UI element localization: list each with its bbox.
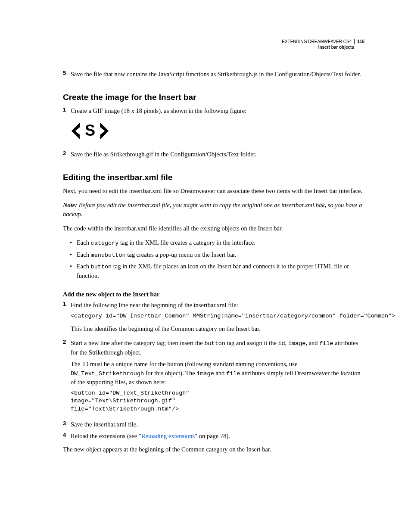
sec2-step-1: 1 Find the following line near the begin… <box>63 301 364 336</box>
doc-title: EXTENDING DREAMWEAVER CS4 <box>282 39 355 44</box>
subheading-add-new-object: Add the new object to the Insert bar <box>63 291 364 298</box>
bullet-marker: • <box>70 262 77 280</box>
strikethrough-icon-figure: S <box>71 119 109 143</box>
note-label: Note: <box>63 202 79 208</box>
para-intro: Next, you need to edit the insertbar.xml… <box>63 187 364 196</box>
step-text: Reload the extensions (see "Reloading ex… <box>71 432 364 441</box>
code-button: button <box>91 264 112 270</box>
svg-text:S: S <box>85 121 95 139</box>
step-marker: 3 <box>63 420 71 429</box>
text-fragment: and <box>214 370 226 376</box>
text-fragment: " on page 78). <box>195 432 230 439</box>
step-marker: 5 <box>63 70 71 79</box>
text-fragment: Each <box>77 263 91 270</box>
text-fragment: Start a new line after the category tag;… <box>71 339 204 346</box>
code-category: category <box>91 240 119 246</box>
text-fragment: Each <box>77 251 91 258</box>
step-marker: 2 <box>63 150 71 159</box>
link-reloading-extensions[interactable]: Reloading extensions <box>141 432 195 439</box>
bullet-marker: • <box>70 250 77 260</box>
note-backup: Note: Before you edit the insertbar.xml … <box>63 201 364 219</box>
code-id: id <box>278 340 285 347</box>
sec2-step-4: 4 Reload the extensions (see "Reloading … <box>63 432 364 441</box>
code-button-inline: button <box>204 340 225 347</box>
bullet-category: • Each category tag in the XML file crea… <box>63 238 364 248</box>
code-image-2: image <box>196 370 214 377</box>
step-text: Save the file as Strikethrough.gif in th… <box>71 150 364 159</box>
text-fragment: tag in the XML file places an icon on th… <box>77 263 349 279</box>
text-fragment: , and <box>305 339 319 346</box>
section-name: Insert bar objects <box>282 44 364 50</box>
bullet-text: Each category tag in the XML file create… <box>77 238 255 248</box>
text-fragment: , <box>285 339 288 346</box>
bullet-marker: • <box>70 238 77 248</box>
bullet-text: Each button tag in the XML file places a… <box>77 262 364 280</box>
step-para-2: The ID must be a unique name for the but… <box>71 360 364 387</box>
code-category-tag: <category id="DW_Insertbar_Common" MMStr… <box>71 312 395 320</box>
text-fragment: tag creates a pop-up menu on the Insert … <box>126 251 237 258</box>
text-fragment: tag and assign it the <box>225 339 278 346</box>
note-text: Before you edit the insertbar.xml file, … <box>63 202 362 218</box>
heading-editing-insertbar: Editing the insertbar.xml file <box>63 173 364 182</box>
code-menubutton: menubutton <box>91 252 126 258</box>
step-text: Save the file that now contains the Java… <box>71 70 364 79</box>
text-fragment: Each <box>77 239 91 246</box>
para-result: The new object appears at the beginning … <box>63 445 364 454</box>
bullet-menubutton: • Each menubutton tag creates a pop-up m… <box>63 250 364 260</box>
code-dw-text-strikethrough: DW_Text_Strikethrough <box>71 370 144 377</box>
step-marker: 1 <box>63 301 71 336</box>
step-marker: 2 <box>63 339 71 417</box>
code-file: file <box>319 340 333 347</box>
page-header: EXTENDING DREAMWEAVER CS4115 Insert bar … <box>282 39 364 50</box>
code-file-2: file <box>226 370 240 377</box>
text-fragment: for this object). The <box>144 370 196 376</box>
text-fragment: The ID must be a unique name for the but… <box>71 361 297 367</box>
code-image: image <box>288 340 306 347</box>
bullet-text: Each menubutton tag creates a pop-up men… <box>77 250 237 260</box>
text-fragment: tag in the XML file creates a category i… <box>118 239 255 246</box>
heading-create-image: Create the image for the Insert bar <box>63 93 364 102</box>
step-text: Find the following line near the beginni… <box>71 301 395 310</box>
sec1-step-2: 2 Save the file as Strikethrough.gif in … <box>63 150 364 159</box>
step-5: 5 Save the file that now contains the Ja… <box>63 70 364 79</box>
step-followup: This line identifies the beginning of th… <box>71 324 395 333</box>
text-fragment: Reload the extensions (see " <box>71 432 141 439</box>
step-marker: 1 <box>63 106 71 115</box>
step-text: Save the insertbar.xml file. <box>71 420 364 429</box>
para-code-identifies: The code within the insertbar.xml file i… <box>63 224 364 233</box>
bullet-button: • Each button tag in the XML file places… <box>63 262 364 280</box>
step-text: Create a GIF image (18 x 18 pixels), as … <box>71 106 364 115</box>
code-button-tag: <button id="DW_Text_Strikethrough" image… <box>71 389 364 413</box>
sec2-step-2: 2 Start a new line after the category ta… <box>63 339 364 417</box>
sec1-step-1: 1 Create a GIF image (18 x 18 pixels), a… <box>63 106 364 115</box>
step-marker: 4 <box>63 432 71 441</box>
sec2-step-3: 3 Save the insertbar.xml file. <box>63 420 364 429</box>
step-text: Start a new line after the category tag;… <box>71 339 364 357</box>
page-number: 115 <box>355 39 364 44</box>
